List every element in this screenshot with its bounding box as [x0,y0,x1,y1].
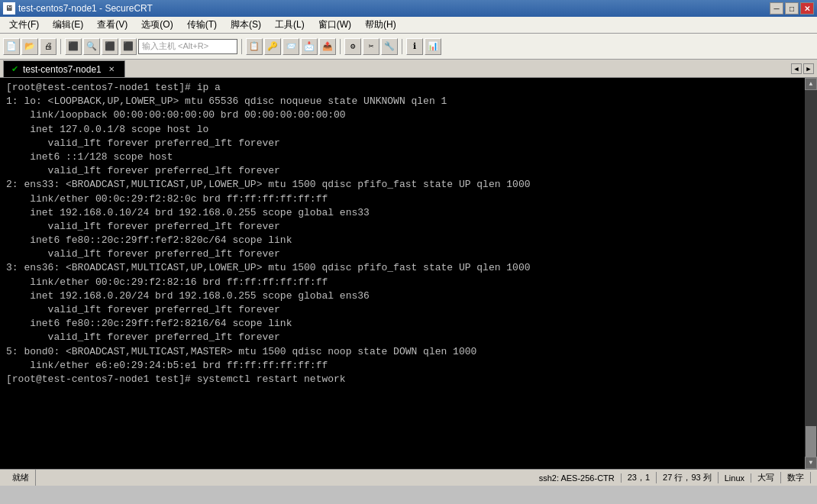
terminal-line: 2: ens33: <BROADCAST,MULTICAST,UP,LOWER_… [6,178,811,192]
menu-options[interactable]: 选项(O) [135,17,179,33]
close-button[interactable]: ✕ [800,2,814,15]
status-cursor: 23，1 [622,472,657,483]
toolbar-btn-13[interactable]: ⚙ [344,38,361,55]
terminal-line: link/ether 00:0c:29:f2:82:0c brd ff:ff:f… [6,192,811,206]
toolbar: 📄 📂 🖨 ⬛ 🔍 ⬛ ⬛ 输入主机 <Alt+R> 📋 🔑 📨 📩 📤 ⚙ ✂… [0,34,817,60]
status-ready-text: 就绪 [12,472,29,483]
status-capslock-text: 大写 [757,472,774,483]
terminal-line: [root@test-centos7-node1 test]# ip a [6,81,811,95]
scrollbar[interactable]: ▲ ▼ [805,78,817,469]
status-encryption-text: ssh2: AES-256-CTR [539,473,615,483]
tab-label: test-centos7-node1 [23,64,102,75]
tab-close-button[interactable]: ✕ [106,64,117,75]
terminal-line: link/ether 00:0c:29:f2:82:16 brd ff:ff:f… [6,276,811,289]
terminal-line: inet6 fe80::20c:29ff:fef2:8216/64 scope … [6,317,811,331]
toolbar-btn-5[interactable]: 🔍 [83,38,100,55]
maximize-button[interactable]: □ [785,2,799,15]
tab-scroll-right[interactable]: ▶ [803,63,814,74]
toolbar-sep-1 [60,39,61,54]
toolbar-sep-4 [402,39,402,54]
terminal-line: [root@test-centos7-node1 test]# systemct… [6,373,811,386]
scrollbar-track[interactable] [805,90,817,457]
menu-scripts[interactable]: 脚本(S) [224,17,267,33]
menu-file[interactable]: 文件(F) [3,17,45,33]
terminal-line: inet 192.168.0.10/24 brd 192.168.0.255 s… [6,206,811,220]
menu-edit[interactable]: 编辑(E) [47,17,89,33]
menu-transfer[interactable]: 传输(T) [181,17,223,33]
terminal-line: valid_lft forever preferred_lft forever [6,331,811,344]
status-os-text: Linux [725,473,744,483]
menu-help[interactable]: 帮助(H) [359,17,402,33]
terminal-line: inet 127.0.0.1/8 scope host lo [6,123,811,137]
minimize-button[interactable]: ─ [770,2,783,15]
new-session-button[interactable]: 📄 [3,38,20,55]
menu-tools[interactable]: 工具(L) [269,17,311,33]
terminal-area[interactable]: [root@test-centos7-node1 test]# ip a1: l… [0,78,817,469]
status-lines-cols: 27 行，93 列 [657,472,719,483]
tab-checkmark: ✔ [11,64,18,74]
status-numlock: 数字 [781,472,811,483]
terminal-line: inet6 fe80::20c:29ff:fef2:820c/64 scope … [6,234,811,247]
terminal-line: valid_lft forever preferred_lft forever [6,220,811,234]
terminal-line: valid_lft forever preferred_lft forever [6,303,811,317]
status-capslock: 大写 [751,472,781,483]
scroll-down-button[interactable]: ▼ [805,457,817,469]
status-bar: 就绪 ssh2: AES-256-CTR 23，1 27 行，93 列 Linu… [0,469,817,486]
toolbar-btn-17[interactable]: 📊 [425,38,441,55]
toolbar-btn-8[interactable]: 📋 [246,38,263,55]
status-os: Linux [719,473,751,483]
host-input[interactable]: 输入主机 <Alt+R> [138,39,237,54]
terminal-line: link/ether e6:e0:29:24:b5:e1 brd ff:ff:f… [6,359,811,373]
toolbar-btn-4[interactable]: ⬛ [65,38,82,55]
scroll-up-button[interactable]: ▲ [805,78,817,90]
toolbar-sep-3 [340,39,341,54]
window-title: test-centos7-node1 - SecureCRT [18,3,153,14]
status-lines-cols-text: 27 行，93 列 [663,472,712,483]
scrollbar-thumb[interactable] [806,426,816,457]
open-button[interactable]: 📂 [21,38,38,55]
toolbar-btn-12[interactable]: 📤 [319,38,336,55]
toolbar-btn-11[interactable]: 📩 [301,38,318,55]
print-button[interactable]: 🖨 [40,38,57,55]
terminal-line: inet 192.168.0.20/24 brd 192.168.0.255 s… [6,289,811,303]
terminal-line: valid_lft forever preferred_lft forever [6,164,811,178]
title-bar: 🖥 test-centos7-node1 - SecureCRT ─ □ ✕ [0,0,817,17]
title-bar-left: 🖥 test-centos7-node1 - SecureCRT [3,2,153,15]
terminal-line: inet6 ::1/128 scope host [6,150,811,164]
status-cursor-text: 23，1 [628,472,650,483]
terminal-line: link/loopback 00:00:00:00:00:00 brd 00:0… [6,108,811,122]
status-encryption: ssh2: AES-256-CTR [533,473,622,483]
menu-view[interactable]: 查看(V) [91,17,134,33]
toolbar-btn-9[interactable]: 🔑 [264,38,281,55]
window-controls: ─ □ ✕ [770,2,814,15]
terminal-line: valid_lft forever preferred_lft forever [6,247,811,261]
terminal-line: 5: bond0: <BROADCAST,MULTICAST,MASTER> m… [6,345,811,359]
toolbar-sep-2 [241,39,242,54]
menu-bar: 文件(F) 编辑(E) 查看(V) 选项(O) 传输(T) 脚本(S) 工具(L… [0,17,817,34]
toolbar-btn-7[interactable]: ⬛ [120,38,137,55]
app-icon: 🖥 [3,2,15,15]
toolbar-btn-6[interactable]: ⬛ [102,38,118,55]
menu-window[interactable]: 窗口(W) [312,17,357,33]
toolbar-btn-14[interactable]: ✂ [363,38,379,55]
terminal-line: valid_lft forever preferred_lft forever [6,137,811,150]
toolbar-btn-16[interactable]: ℹ [406,38,423,55]
status-numlock-text: 数字 [787,472,804,483]
status-right: ssh2: AES-256-CTR 23，1 27 行，93 列 Linux 大… [533,472,811,483]
tab-nav: ◀ ▶ [791,63,814,74]
toolbar-btn-15[interactable]: 🔧 [381,38,398,55]
tab-bar: ✔ test-centos7-node1 ✕ ◀ ▶ [0,60,817,78]
tab-session[interactable]: ✔ test-centos7-node1 ✕ [3,60,125,77]
terminal-line: 1: lo: <LOOPBACK,UP,LOWER_UP> mtu 65536 … [6,95,811,108]
status-ready: 就绪 [6,470,36,486]
tab-scroll-left[interactable]: ◀ [791,63,802,74]
terminal-line: 3: ens36: <BROADCAST,MULTICAST,UP,LOWER_… [6,261,811,275]
toolbar-btn-10[interactable]: 📨 [283,38,299,55]
